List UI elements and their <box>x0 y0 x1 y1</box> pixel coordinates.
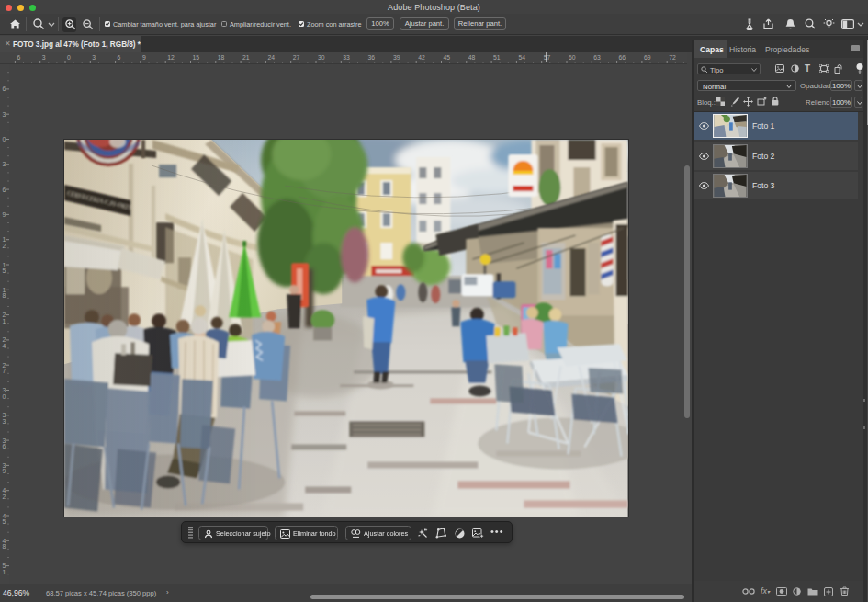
svg-text:7: 7 <box>3 368 6 374</box>
svg-text:39: 39 <box>393 54 400 61</box>
svg-text:24: 24 <box>267 54 275 61</box>
svg-text:6: 6 <box>118 54 121 61</box>
svg-text:2: 2 <box>3 494 6 500</box>
svg-text:3: 3 <box>92 54 96 61</box>
svg-text:9: 9 <box>3 211 6 218</box>
svg-text:60: 60 <box>569 54 576 61</box>
svg-text:33: 33 <box>343 54 350 61</box>
svg-text:36: 36 <box>368 54 376 61</box>
svg-text:45: 45 <box>444 54 451 61</box>
svg-text:6: 6 <box>17 54 20 61</box>
svg-text:3: 3 <box>42 54 46 61</box>
svg-text:0: 0 <box>3 393 6 400</box>
svg-text:8: 8 <box>3 292 6 299</box>
svg-text:5: 5 <box>3 518 6 525</box>
svg-text:8: 8 <box>3 543 6 550</box>
svg-text:0: 0 <box>67 54 71 61</box>
svg-text:30: 30 <box>318 54 325 61</box>
svg-text:3: 3 <box>3 418 6 425</box>
svg-text:9: 9 <box>142 54 146 61</box>
svg-text:1: 1 <box>3 318 6 324</box>
svg-text:0: 0 <box>3 136 6 142</box>
svg-text:42: 42 <box>418 54 425 61</box>
svg-text:54: 54 <box>518 54 525 61</box>
svg-text:18: 18 <box>218 54 225 61</box>
svg-text:21: 21 <box>242 54 250 61</box>
svg-text:6: 6 <box>3 187 6 193</box>
svg-text:72: 72 <box>669 54 676 61</box>
svg-text:1: 1 <box>3 569 6 575</box>
svg-text:2: 2 <box>3 243 6 249</box>
svg-text:5: 5 <box>3 267 6 274</box>
svg-text:3: 3 <box>3 161 6 167</box>
svg-text:66: 66 <box>619 54 626 61</box>
svg-text:51: 51 <box>493 54 501 61</box>
svg-text:15: 15 <box>193 54 200 61</box>
svg-text:12: 12 <box>167 54 175 61</box>
svg-text:63: 63 <box>593 54 601 61</box>
svg-text:69: 69 <box>644 54 651 61</box>
svg-text:48: 48 <box>468 54 476 61</box>
svg-text:27: 27 <box>293 54 300 61</box>
svg-text:3: 3 <box>3 111 6 118</box>
svg-text:6: 6 <box>3 443 6 449</box>
svg-text:4: 4 <box>3 343 6 349</box>
svg-text:9: 9 <box>3 468 6 474</box>
svg-text:6: 6 <box>3 85 6 92</box>
